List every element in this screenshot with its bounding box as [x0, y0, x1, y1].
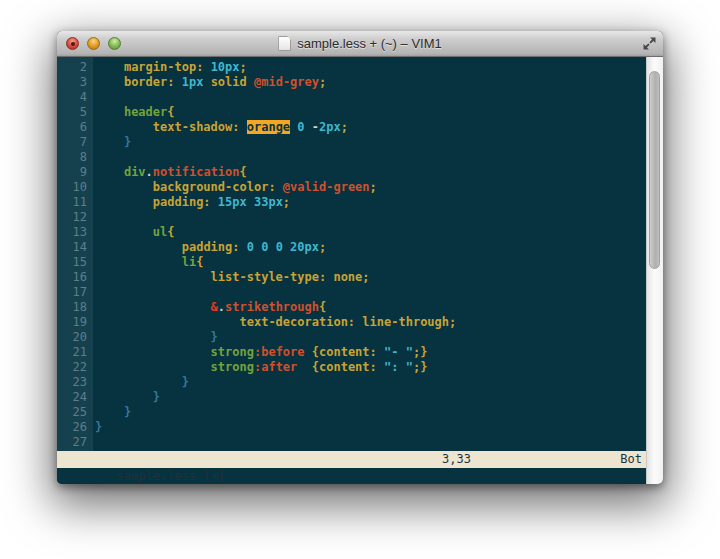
- line-number: 14: [57, 240, 93, 255]
- fullscreen-icon[interactable]: [642, 36, 657, 51]
- code-line[interactable]: 20 }: [57, 330, 646, 345]
- line-number: 5: [57, 105, 93, 120]
- code-line[interactable]: 12: [57, 210, 646, 225]
- code-line-text: strong:after {content: ": ";}: [93, 360, 427, 375]
- code-line-text: strong:before {content: "- ";}: [93, 345, 427, 360]
- code-line-text: }: [93, 375, 189, 390]
- document-icon: [278, 36, 291, 51]
- line-number: 17: [57, 285, 93, 300]
- line-number: 6: [57, 120, 93, 135]
- code-line[interactable]: 16 list-style-type: none;: [57, 270, 646, 285]
- line-number: 27: [57, 435, 93, 450]
- line-number: 11: [57, 195, 93, 210]
- code-line-text: [93, 150, 95, 165]
- line-number: 12: [57, 210, 93, 225]
- code-line[interactable]: 11 padding: 15px 33px;: [57, 195, 646, 210]
- window-controls: [57, 37, 121, 50]
- code-line-text: text-shadow: orange 0 -2px;: [93, 120, 348, 135]
- code-line-text: list-style-type: none;: [93, 270, 370, 285]
- code-line[interactable]: 8: [57, 150, 646, 165]
- code-line-text: header{: [93, 105, 175, 120]
- zoom-button[interactable]: [108, 37, 121, 50]
- line-number: 21: [57, 345, 93, 360]
- scrollbar-thumb[interactable]: [649, 71, 660, 269]
- statusbar-position: Bot: [620, 451, 642, 468]
- code-line-text: [93, 285, 95, 300]
- line-number: 22: [57, 360, 93, 375]
- editor-column: 2 margin-top: 10px;3 border: 1px solid @…: [57, 57, 646, 484]
- code-line[interactable]: 23 }: [57, 375, 646, 390]
- line-number: 13: [57, 225, 93, 240]
- code-line[interactable]: 24 }: [57, 390, 646, 405]
- code-line-text: }: [93, 135, 131, 150]
- statusbar-ruler: 3,33: [442, 451, 471, 468]
- line-number: 9: [57, 165, 93, 180]
- code-line-text: border: 1px solid @mid-grey;: [93, 75, 326, 90]
- line-number: 23: [57, 375, 93, 390]
- code-line[interactable]: 14 padding: 0 0 0 20px;: [57, 240, 646, 255]
- code-line[interactable]: 22 strong:after {content: ": ";}: [57, 360, 646, 375]
- code-line[interactable]: 10 background-color: @valid-green;: [57, 180, 646, 195]
- line-number: 18: [57, 300, 93, 315]
- line-number: 15: [57, 255, 93, 270]
- titlebar[interactable]: sample.less + (~) – VIM1: [57, 31, 663, 57]
- app-window: sample.less + (~) – VIM1 2 margin-top: 1…: [57, 31, 663, 484]
- code-line-text: padding: 15px 33px;: [93, 195, 290, 210]
- statusbar: sample.less [+] 3,33 Bot: [57, 451, 646, 468]
- code-line-text: }: [93, 405, 131, 420]
- code-line[interactable]: 27: [57, 435, 646, 450]
- code-line-text: background-color: @valid-green;: [93, 180, 377, 195]
- close-button[interactable]: [66, 37, 79, 50]
- code-line-text: }: [93, 390, 160, 405]
- window-title-area: sample.less + (~) – VIM1: [57, 31, 663, 56]
- code-line-text: li{: [93, 255, 203, 270]
- line-number: 2: [57, 60, 93, 75]
- code-line-text: [93, 435, 95, 450]
- code-line[interactable]: 19 text-decoration: line-through;: [57, 315, 646, 330]
- code-line[interactable]: 15 li{: [57, 255, 646, 270]
- code-editor[interactable]: 2 margin-top: 10px;3 border: 1px solid @…: [57, 57, 646, 451]
- line-number: 24: [57, 390, 93, 405]
- code-line[interactable]: 4: [57, 90, 646, 105]
- statusbar-filename: sample.less [+]: [117, 469, 225, 483]
- line-number: 3: [57, 75, 93, 90]
- minimize-button[interactable]: [87, 37, 100, 50]
- line-number: 26: [57, 420, 93, 435]
- code-line[interactable]: 18 &.strikethrough{: [57, 300, 646, 315]
- line-number: 4: [57, 90, 93, 105]
- code-line-text: [93, 90, 95, 105]
- code-line-text: text-decoration: line-through;: [93, 315, 456, 330]
- code-line[interactable]: 25 }: [57, 405, 646, 420]
- code-line-text: }: [93, 330, 218, 345]
- code-line-text: &.strikethrough{: [93, 300, 326, 315]
- code-line-text: margin-top: 10px;: [93, 60, 247, 75]
- code-line[interactable]: 5 header{: [57, 105, 646, 120]
- code-line[interactable]: 2 margin-top: 10px;: [57, 60, 646, 75]
- line-number: 7: [57, 135, 93, 150]
- line-number: 8: [57, 150, 93, 165]
- code-line[interactable]: 3 border: 1px solid @mid-grey;: [57, 75, 646, 90]
- code-line[interactable]: 9 div.notification{: [57, 165, 646, 180]
- code-line-text: padding: 0 0 0 20px;: [93, 240, 326, 255]
- code-lines: 2 margin-top: 10px;3 border: 1px solid @…: [57, 60, 646, 450]
- line-number: 16: [57, 270, 93, 285]
- window-body: 2 margin-top: 10px;3 border: 1px solid @…: [57, 57, 663, 484]
- code-line[interactable]: 26}: [57, 420, 646, 435]
- code-line[interactable]: 13 ul{: [57, 225, 646, 240]
- line-number: 20: [57, 330, 93, 345]
- code-line-text: ul{: [93, 225, 174, 240]
- scrollbar[interactable]: [646, 57, 663, 484]
- line-number: 19: [57, 315, 93, 330]
- line-number: 25: [57, 405, 93, 420]
- code-line[interactable]: 21 strong:before {content: "- ";}: [57, 345, 646, 360]
- page-background: { "window": { "title": "sample.less + (~…: [0, 0, 720, 559]
- window-title: sample.less + (~) – VIM1: [297, 36, 442, 51]
- code-line[interactable]: 7 }: [57, 135, 646, 150]
- code-line[interactable]: 6 text-shadow: orange 0 -2px;: [57, 120, 646, 135]
- line-number: 10: [57, 180, 93, 195]
- code-line-text: [93, 210, 95, 225]
- modified-dot-icon: [71, 42, 75, 46]
- code-line[interactable]: 17: [57, 285, 646, 300]
- code-line-text: div.notification{: [93, 165, 247, 180]
- code-line-text: }: [93, 420, 102, 435]
